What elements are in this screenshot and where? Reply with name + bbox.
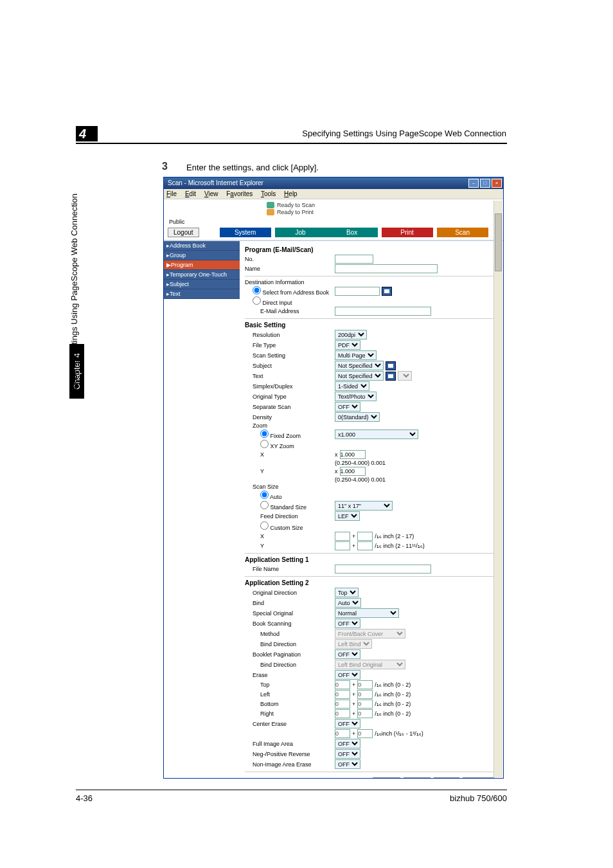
- unit-cy: /₁₆ inch (2 - 11¹¹/₁₆): [375, 543, 425, 549]
- field-zoom-y[interactable]: [340, 467, 366, 476]
- opt-custom[interactable]: Custom Size: [245, 521, 335, 531]
- tab-scan[interactable]: Scan: [437, 228, 488, 237]
- sel-neg[interactable]: OFF: [335, 749, 360, 759]
- sel-origdir[interactable]: Top: [335, 588, 359, 597]
- opt-direct[interactable]: Direct Input: [245, 296, 335, 306]
- lbl-bind: Bind: [245, 600, 335, 606]
- lbl-method: Method: [245, 631, 335, 637]
- sel-density[interactable]: 0(Standard): [335, 412, 380, 422]
- field-cx-a[interactable]: [335, 532, 350, 541]
- sel-scansetting[interactable]: Multi Page: [335, 350, 377, 360]
- nav-address-book[interactable]: ▸Address Book: [164, 241, 240, 251]
- field-top-b: [357, 680, 373, 689]
- menu-tools[interactable]: Tools: [261, 190, 276, 197]
- hint-zoom-y: (0.250-4.000) 0.001: [335, 476, 386, 483]
- sel-subject[interactable]: Not Specified: [335, 361, 384, 370]
- sel-separate[interactable]: OFF: [335, 402, 360, 411]
- lbl-original: Original Type: [245, 393, 335, 400]
- menu-view[interactable]: View: [204, 190, 218, 197]
- nav-subject[interactable]: ▸Subject: [164, 280, 240, 289]
- field-filename[interactable]: [335, 565, 431, 574]
- tab-print[interactable]: Print: [382, 228, 433, 237]
- nav-text[interactable]: ▸Text: [164, 289, 240, 299]
- step-number: 3: [162, 161, 168, 172]
- nav-program[interactable]: ▶Program: [164, 260, 240, 270]
- field-right-a: [335, 709, 350, 718]
- field-ab-key[interactable]: [335, 287, 380, 296]
- sel-booklet[interactable]: OFF: [335, 649, 360, 659]
- lbl-custom-y: Y: [245, 543, 335, 549]
- tab-system[interactable]: System: [220, 228, 271, 237]
- lbl-bookbind: Bind Direction: [245, 641, 335, 647]
- lbl-text: Text: [245, 373, 335, 379]
- scrollbar[interactable]: [493, 201, 502, 777]
- opt-xy-zoom[interactable]: XY Zoom: [245, 440, 335, 449]
- address-book-icon[interactable]: [382, 287, 392, 296]
- field-cy-b[interactable]: [357, 541, 373, 550]
- lbl-custom-x: X: [245, 533, 335, 539]
- sel-erase[interactable]: OFF: [335, 670, 360, 680]
- menu-edit[interactable]: Edit: [185, 190, 196, 197]
- tab-job[interactable]: Job: [275, 228, 326, 237]
- back-button[interactable]: Back: [434, 777, 459, 778]
- nav-temporary[interactable]: ▸Temporary One-Touch: [164, 270, 240, 280]
- field-name[interactable]: [335, 264, 438, 273]
- print-status-icon: [267, 209, 274, 215]
- field-cx-b[interactable]: [357, 532, 373, 541]
- minimize-button[interactable]: –: [468, 179, 479, 188]
- sel-nonimg[interactable]: OFF: [335, 759, 360, 769]
- lbl-density: Density: [245, 414, 335, 420]
- scroll-thumb[interactable]: [495, 213, 502, 271]
- subject-icon[interactable]: [386, 361, 396, 370]
- menu-help[interactable]: Help: [284, 190, 298, 197]
- sel-bind[interactable]: Auto: [335, 598, 361, 608]
- sel-original[interactable]: Text/Photo: [335, 392, 377, 401]
- opt-auto[interactable]: Auto: [245, 491, 335, 500]
- lbl-filename: File Name: [245, 566, 335, 572]
- sel-center[interactable]: OFF: [335, 719, 360, 728]
- sel-special[interactable]: Normal: [335, 608, 399, 618]
- tab-box[interactable]: Box: [326, 228, 378, 237]
- clear-button[interactable]: Clear: [404, 777, 431, 778]
- nav-group[interactable]: ▸Group: [164, 251, 240, 260]
- menu-file[interactable]: File: [166, 190, 177, 197]
- sel-bookbind: Left Bind: [335, 639, 372, 649]
- field-no[interactable]: [335, 255, 373, 264]
- cancel-button[interactable]: Cancel: [463, 777, 494, 778]
- lbl-subject: Subject: [245, 363, 335, 369]
- lbl-booklet: Booklet Pagination: [245, 651, 335, 658]
- unit-top: /₁₆ inch (0 - 2): [375, 682, 411, 688]
- logout-button[interactable]: Logout: [168, 228, 199, 237]
- text-icon[interactable]: [386, 372, 396, 381]
- sel-standard[interactable]: 11" x 17": [335, 501, 393, 511]
- sel-simplex[interactable]: 1-Sided: [335, 381, 369, 391]
- sel-book[interactable]: OFF: [335, 619, 360, 628]
- opt-select-ab[interactable]: Select from Address Book: [245, 286, 335, 296]
- sel-fullimg[interactable]: OFF: [335, 739, 360, 748]
- lbl-separate: Separate Scan: [245, 404, 335, 410]
- lbl-erase-bottom: Bottom: [245, 701, 335, 707]
- close-button[interactable]: ×: [492, 179, 502, 188]
- sel-filetype[interactable]: PDF: [335, 340, 360, 350]
- field-left-a: [335, 690, 350, 699]
- maximize-button[interactable]: □: [480, 179, 490, 188]
- basic-title: Basic Setting: [245, 321, 498, 329]
- lbl-name: Name: [245, 266, 335, 272]
- opt-fixed-zoom[interactable]: Fixed Zoom: [245, 429, 335, 439]
- button-row: Apply Clear Back Cancel: [245, 775, 498, 778]
- sel-fixed-zoom[interactable]: x1.000: [335, 429, 418, 439]
- sel-text[interactable]: Not Specified: [335, 371, 384, 381]
- field-email[interactable]: [335, 307, 431, 316]
- left-nav: ▸Address Book ▸Group ▶Program ▸Temporary…: [164, 241, 240, 778]
- menu-favorites[interactable]: Favorites: [226, 190, 253, 197]
- window-title-bar: Scan - Microsoft Internet Explorer – □ ×: [164, 177, 503, 189]
- sel-feed[interactable]: LEF: [335, 511, 360, 521]
- dest-title: Destination Information: [245, 279, 335, 285]
- lbl-erase-left: Left: [245, 691, 335, 698]
- sel-resolution[interactable]: 200dpi: [335, 330, 367, 339]
- field-bot-a: [335, 700, 350, 709]
- opt-standard[interactable]: Standard Size: [245, 501, 335, 511]
- field-cy-a[interactable]: [335, 541, 350, 550]
- apply-button[interactable]: Apply: [373, 777, 400, 778]
- field-zoom-x[interactable]: [340, 450, 366, 459]
